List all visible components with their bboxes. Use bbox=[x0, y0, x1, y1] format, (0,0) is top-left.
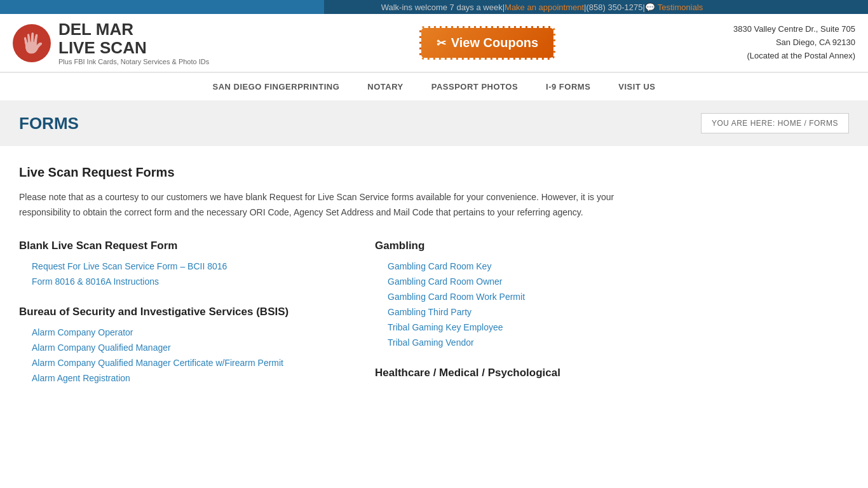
gambling-links: Gambling Card Room Key Gambling Card Roo… bbox=[375, 261, 849, 348]
content-description: Please note that as a courtesy to our cu… bbox=[19, 190, 629, 220]
bsis-link-3[interactable]: Alarm Company Qualified Manager Certific… bbox=[32, 358, 283, 368]
address-area: 3830 Valley Centre Dr., Suite 705 San Di… bbox=[733, 23, 855, 62]
testimonials-link[interactable]: Testimonials bbox=[658, 3, 703, 12]
left-column: Blank Live Scan Request Form Request For… bbox=[19, 240, 349, 402]
address-line3: (Located at the Postal Annex) bbox=[747, 51, 855, 60]
gambling-link-5[interactable]: Tribal Gaming Key Employee bbox=[388, 322, 503, 332]
list-item: Gambling Card Room Owner bbox=[388, 276, 849, 287]
list-item: Gambling Third Party bbox=[388, 307, 849, 317]
address-line1: 3830 Valley Centre Dr., Suite 705 bbox=[733, 24, 855, 34]
main-nav: SAN DIEGO FINGERPRINTING NOTARY PASSPORT… bbox=[0, 72, 868, 100]
list-item: Gambling Card Room Key bbox=[388, 261, 849, 271]
bsis-links: Alarm Company Operator Alarm Company Qua… bbox=[19, 327, 349, 383]
gambling-link-3[interactable]: Gambling Card Room Work Permit bbox=[388, 292, 525, 302]
phone-text: (858) 350-1275 bbox=[586, 3, 642, 12]
top-bar-info: Walk-ins welcome 7 days a week | Make an… bbox=[324, 3, 760, 12]
gambling-link-2[interactable]: Gambling Card Room Owner bbox=[388, 276, 503, 287]
blank-section-title: Blank Live Scan Request Form bbox=[19, 240, 349, 252]
top-bar-left-accent bbox=[0, 0, 324, 14]
list-item: Alarm Company Qualified Manager bbox=[32, 342, 349, 353]
healthcare-section-title: Healthcare / Medical / Psychological bbox=[375, 367, 849, 379]
logo-title: DEL MAR LIVE SCAN bbox=[58, 20, 209, 57]
blank-form-link-2[interactable]: Form 8016 & 8016A Instructions bbox=[32, 276, 159, 287]
list-item: Alarm Company Operator bbox=[32, 327, 349, 337]
gambling-section-title: Gambling bbox=[375, 240, 849, 252]
top-bar: Walk-ins welcome 7 days a week | Make an… bbox=[0, 0, 868, 14]
logo-icon bbox=[13, 24, 51, 62]
bsis-section-title: Bureau of Security and Investigative Ser… bbox=[19, 306, 349, 318]
bsis-link-4[interactable]: Alarm Agent Registration bbox=[32, 373, 130, 383]
walkin-text: Walk-ins welcome 7 days a week bbox=[381, 3, 503, 12]
list-item: Form 8016 & 8016A Instructions bbox=[32, 276, 349, 287]
blank-links: Request For Live Scan Service Form – BCI… bbox=[19, 261, 349, 287]
content-heading: Live Scan Request Forms bbox=[19, 165, 849, 180]
address-line2: San Diego, CA 92130 bbox=[776, 37, 855, 47]
appointment-link[interactable]: Make an appointment bbox=[505, 3, 584, 12]
coupon-button[interactable]: View Coupons bbox=[419, 26, 555, 60]
logo-tagline: Plus FBI Ink Cards, Notary Services & Ph… bbox=[58, 58, 209, 65]
page-title-bar: FORMS YOU ARE HERE: HOME / FORMS bbox=[0, 100, 868, 146]
main-content: Live Scan Request Forms Please note that… bbox=[0, 146, 868, 428]
header: DEL MAR LIVE SCAN Plus FBI Ink Cards, No… bbox=[0, 14, 868, 72]
right-column: Gambling Gambling Card Room Key Gambling… bbox=[375, 240, 849, 402]
coupon-area: View Coupons bbox=[241, 26, 733, 60]
bsis-link-2[interactable]: Alarm Company Qualified Manager bbox=[32, 342, 171, 353]
breadcrumb: YOU ARE HERE: HOME / FORMS bbox=[701, 113, 849, 133]
list-item: Tribal Gaming Key Employee bbox=[388, 322, 849, 332]
logo-text: DEL MAR LIVE SCAN Plus FBI Ink Cards, No… bbox=[58, 20, 209, 65]
list-item: Gambling Card Room Work Permit bbox=[388, 292, 849, 302]
bsis-link-1[interactable]: Alarm Company Operator bbox=[32, 327, 133, 337]
nav-passport[interactable]: PASSPORT PHOTOS bbox=[417, 73, 532, 100]
page-title: FORMS bbox=[19, 114, 79, 133]
gambling-link-6[interactable]: Tribal Gaming Vendor bbox=[388, 337, 474, 348]
list-item: Alarm Agent Registration bbox=[32, 373, 349, 383]
logo-area: DEL MAR LIVE SCAN Plus FBI Ink Cards, No… bbox=[13, 20, 241, 65]
top-bar-cta-area bbox=[760, 0, 868, 14]
two-col-layout: Blank Live Scan Request Form Request For… bbox=[19, 240, 849, 402]
list-item: Tribal Gaming Vendor bbox=[388, 337, 849, 348]
chat-icon: 💬 bbox=[645, 3, 655, 12]
gambling-link-4[interactable]: Gambling Third Party bbox=[388, 307, 471, 317]
nav-visit[interactable]: VISIT US bbox=[604, 73, 669, 100]
nav-fingerprinting[interactable]: SAN DIEGO FINGERPRINTING bbox=[199, 73, 354, 100]
nav-i9[interactable]: I-9 FORMS bbox=[532, 73, 604, 100]
blank-form-link-1[interactable]: Request For Live Scan Service Form – BCI… bbox=[32, 261, 227, 271]
gambling-link-1[interactable]: Gambling Card Room Key bbox=[388, 261, 491, 271]
nav-notary[interactable]: NOTARY bbox=[353, 73, 417, 100]
list-item: Alarm Company Qualified Manager Certific… bbox=[32, 358, 349, 368]
list-item: Request For Live Scan Service Form – BCI… bbox=[32, 261, 349, 271]
